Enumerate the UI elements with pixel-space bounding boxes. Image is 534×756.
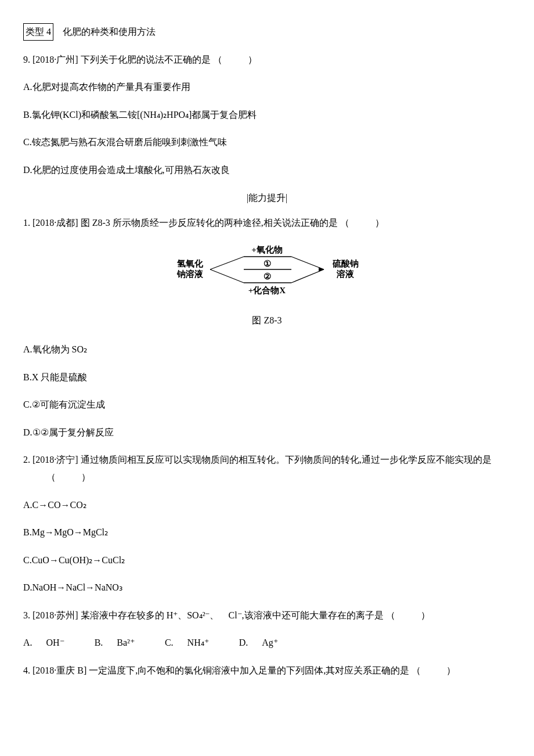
q3-option-d: D.Ag⁺ (239, 638, 292, 647)
q9-optB-prefix: B. (23, 110, 32, 120)
diagram-mid2: ② (264, 272, 271, 281)
q1-optC-text: ②可能有沉淀生成 (32, 399, 105, 409)
q1-optA-text: 氧化物为 SO₂ (33, 344, 87, 354)
q1-optC-prefix: C. (23, 399, 32, 409)
q1-optD-text: ①②属于复分解反应 (33, 427, 114, 437)
q1-prefix: 1. (23, 218, 30, 228)
q1-optD-prefix: D. (23, 427, 33, 437)
q9-option-a: A.化肥对提高农作物的产量具有重要作用 (23, 80, 511, 95)
q1-optA-prefix: A. (23, 344, 33, 354)
q2-optD-text: NaOH→NaCl→NaNO₃ (33, 582, 122, 592)
q9-option-b: B.氯化钾(KCl)和磷酸氢二铵[(NH₄)₂HPO₄]都属于复合肥料 (23, 107, 511, 123)
q4-stem: 一定温度下,向不饱和的氯化铜溶液中加入足量的下列固体,其对应关系正确的是 (89, 665, 409, 675)
q2-option-d: D.NaOH→NaCl→NaNO₃ (23, 580, 511, 595)
category-title: 化肥的种类和使用方法 (63, 27, 156, 37)
q9-optC-text: 铵态氮肥与熟石灰混合研磨后能嗅到刺激性气味 (32, 137, 227, 147)
reaction-diagram-icon: 氢氧化 钠溶液 +氧化物 ① ② +化合物X 硫酸钠 溶液 (168, 243, 366, 298)
q1-stem: 图 Z8-3 所示物质经一步反应转化的两种途径,相关说法正确的是 (81, 218, 338, 228)
q9-prefix: 9. (23, 55, 30, 64)
q1-option-d: D.①②属于复分解反应 (23, 425, 511, 440)
q2-optC-prefix: C. (23, 555, 32, 565)
svg-line-0 (210, 257, 244, 269)
q3-option-a: A.OH⁻ (23, 638, 78, 647)
section-break: |能力提升| (23, 190, 511, 206)
diagram-left1: 氢氧化 (176, 259, 204, 268)
q2-paren: （ ） (46, 472, 93, 482)
q4-paren: （ ） (412, 665, 458, 675)
q9-option-d: D.化肥的过度使用会造成土壤酸化,可用熟石灰改良 (23, 163, 511, 178)
q1-paren: （ ） (340, 218, 387, 228)
q9-source: [2018·广州] (33, 55, 78, 64)
diagram-top: +氧化物 (251, 245, 283, 254)
q1-option-c: C.②可能有沉淀生成 (23, 397, 511, 412)
q3-source: [2018·苏州] (33, 610, 78, 620)
q3-options: A.OH⁻ B.Ba²⁺ C.NH₄⁺ D.Ag⁺ (23, 635, 511, 650)
q9-optA-text: 化肥对提高农作物的产量具有重要作用 (33, 82, 190, 92)
q1-optB-prefix: B. (23, 372, 32, 382)
question-2: 2. [2018·济宁] 通过物质间相互反应可以实现物质间的相互转化。下列物质间… (23, 452, 511, 484)
q2-optC-text: CuO→Cu(OH)₂→CuCl₂ (32, 555, 125, 565)
q2-prefix: 2. (23, 455, 30, 465)
svg-marker-7 (319, 267, 324, 272)
q2-option-c: C.CuO→Cu(OH)₂→CuCl₂ (23, 553, 511, 568)
q2-option-a: A.C→CO→CO₂ (23, 498, 511, 513)
q1-source: [2018·成都] (33, 218, 78, 228)
q9-paren: （ ） (213, 55, 259, 64)
question-3: 3. [2018·苏州] 某溶液中存在较多的 H⁺、SO₄²⁻、 Cl⁻,该溶液… (23, 608, 511, 623)
diagram-right2: 溶液 (336, 269, 355, 279)
q4-source: [2018·重庆 B] (33, 665, 86, 675)
q2-optA-prefix: A. (23, 500, 33, 510)
q9-option-c: C.铵态氮肥与熟石灰混合研磨后能嗅到刺激性气味 (23, 135, 511, 150)
q2-source: [2018·济宁] (33, 455, 78, 465)
q9-optD-text: 化肥的过度使用会造成土壤酸化,可用熟石灰改良 (33, 165, 230, 175)
diagram-bottom: +化合物X (248, 286, 286, 295)
q4-prefix: 4. (23, 665, 30, 675)
q1-option-a: A.氧化物为 SO₂ (23, 342, 511, 357)
q9-optC-prefix: C. (23, 137, 32, 147)
q2-optD-prefix: D. (23, 582, 33, 592)
diagram-right1: 硫酸钠 (332, 258, 359, 268)
question-4: 4. [2018·重庆 B] 一定温度下,向不饱和的氯化铜溶液中加入足量的下列固… (23, 663, 511, 678)
diagram-z8-3: 氢氧化 钠溶液 +氧化物 ① ② +化合物X 硫酸钠 溶液 (23, 243, 511, 303)
category-header: 类型 4 化肥的种类和使用方法 (23, 23, 511, 41)
figure-caption: 图 Z8-3 (23, 313, 511, 328)
q9-optD-prefix: D. (23, 165, 33, 175)
question-9: 9. [2018·广州] 下列关于化肥的说法不正确的是 （ ） (23, 52, 511, 67)
q9-optA-prefix: A. (23, 82, 33, 92)
category-box: 类型 4 (23, 23, 53, 41)
diagram-mid1: ① (264, 259, 271, 268)
question-1: 1. [2018·成都] 图 Z8-3 所示物质经一步反应转化的两种途径,相关说… (23, 215, 511, 231)
q2-optA-text: C→CO→CO₂ (33, 500, 86, 510)
q1-optB-text: X 只能是硫酸 (32, 372, 88, 382)
q2-optB-prefix: B. (23, 527, 32, 537)
q2-stem: 通过物质间相互反应可以实现物质间的相互转化。下列物质间的转化,通过一步化学反应不… (81, 455, 492, 465)
q3-stem: 某溶液中存在较多的 H⁺、SO₄²⁻、 Cl⁻,该溶液中还可能大量存在的离子是 (81, 610, 384, 620)
q9-optB-text: 氯化钾(KCl)和磷酸氢二铵[(NH₄)₂HPO₄]都属于复合肥料 (32, 110, 257, 120)
diagram-left2: 钠溶液 (176, 269, 204, 279)
q3-option-c: C.NH₄⁺ (165, 638, 223, 647)
q3-option-b: B.Ba²⁺ (95, 638, 149, 647)
q3-prefix: 3. (23, 610, 30, 620)
svg-line-3 (210, 269, 244, 283)
q1-option-b: B.X 只能是硫酸 (23, 370, 511, 385)
q2-optB-text: Mg→MgO→MgCl₂ (32, 527, 108, 537)
q9-stem: 下列关于化肥的说法不正确的是 (81, 55, 211, 64)
q3-paren: （ ） (386, 610, 432, 620)
q2-option-b: B.Mg→MgO→MgCl₂ (23, 525, 511, 540)
